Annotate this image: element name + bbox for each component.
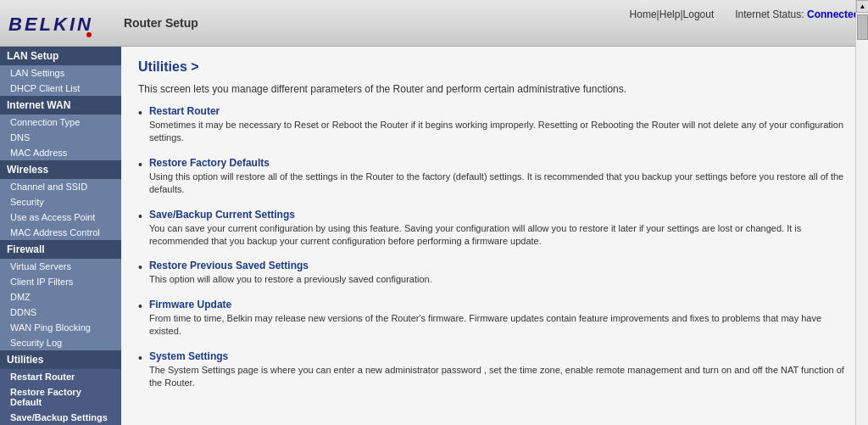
sidebar-item-client-ip-filters[interactable]: Client IP Filters [0,274,121,289]
util-content-save-backup-current-settings: Save/Backup Current SettingsYou can save… [149,209,851,249]
util-link-save-backup-current-settings[interactable]: Save/Backup Current Settings [149,209,295,221]
sidebar-item-mac-address[interactable]: MAC Address [0,145,121,160]
util-desc-restore-factory-defaults: Using this option will restore all of th… [149,171,851,197]
util-link-firmware-update[interactable]: Firmware Update [149,299,231,310]
scrollbar-thumb[interactable] [857,14,868,40]
sidebar-section-utilities: Utilities [0,350,121,369]
sidebar-item-use-as-access-point[interactable]: Use as Access Point [0,210,121,225]
util-desc-firmware-update: From time to time, Belkin may release ne… [149,312,851,338]
util-desc-restore-previous-saved-settings: This option will allow you to restore a … [149,273,432,286]
sidebar-item-channel-and-ssid[interactable]: Channel and SSID [0,179,121,194]
home-link[interactable]: Home [630,8,657,20]
page-heading: Utilities > [138,59,851,75]
content-area: Utilities > This screen lets you manage … [121,47,868,425]
sidebar-item-connection-type[interactable]: Connection Type [0,115,121,130]
util-link-restore-previous-saved-settings[interactable]: Restore Previous Saved Settings [149,260,309,271]
sidebar-item-dhcp-client-list[interactable]: DHCP Client List [0,81,121,96]
util-link-system-settings[interactable]: System Settings [149,350,228,362]
bullet-icon: • [138,299,142,313]
scrollbar: ▲ [855,0,868,425]
sidebar: LAN SetupLAN SettingsDHCP Client ListInt… [0,47,121,425]
sidebar-item-lan-settings[interactable]: LAN Settings [0,65,121,81]
header: BELKIN Router Setup Home|Help|Logout Int… [0,0,868,47]
util-list: •Restart RouterSometimes it may be neces… [138,105,851,389]
util-content-restore-factory-defaults: Restore Factory DefaultsUsing this optio… [149,157,851,197]
internet-status-value: Connected [807,8,860,20]
logout-link[interactable]: Logout [683,8,715,20]
util-link-restart-router[interactable]: Restart Router [149,105,220,117]
sidebar-section-internet-wan: Internet WAN [0,96,121,115]
header-nav: Home|Help|Logout Internet Status: Connec… [630,8,860,20]
util-item-restart-router: •Restart RouterSometimes it may be neces… [138,105,851,145]
sidebar-section-lan-setup: LAN Setup [0,47,121,65]
sidebar-item-restore-factory-default[interactable]: Restore Factory Default [0,384,121,410]
util-desc-system-settings: The System Settings page is where you ca… [149,364,851,390]
bullet-icon: • [138,260,142,274]
util-content-restore-previous-saved-settings: Restore Previous Saved SettingsThis opti… [149,260,432,286]
bullet-icon: • [138,210,142,223]
sidebar-item-wan-ping-blocking[interactable]: WAN Ping Blocking [0,320,121,335]
internet-status-label: Internet Status: [735,8,804,20]
internet-status: Internet Status: Connected [730,8,860,20]
util-desc-save-backup-current-settings: You can save your current configuration … [149,222,851,249]
sidebar-item-mac-address-control[interactable]: MAC Address Control [0,225,121,240]
sidebar-item-security-log[interactable]: Security Log [0,335,121,350]
util-link-restore-factory-defaults[interactable]: Restore Factory Defaults [149,157,270,169]
util-content-system-settings: System SettingsThe System Settings page … [149,350,851,390]
sidebar-item-ddns[interactable]: DDNS [0,305,121,320]
bullet-icon: • [138,351,142,365]
sidebar-item-dns[interactable]: DNS [0,130,121,145]
sidebar-item-virtual-servers[interactable]: Virtual Servers [0,259,121,274]
util-content-firmware-update: Firmware UpdateFrom time to time, Belkin… [149,299,851,338]
sidebar-item-dmz[interactable]: DMZ [0,289,121,305]
bullet-icon: • [138,106,142,120]
util-content-restart-router: Restart RouterSometimes it may be necess… [149,105,851,145]
sidebar-section-wireless: Wireless [0,160,121,179]
util-item-restore-previous-saved-settings: •Restore Previous Saved SettingsThis opt… [138,260,851,286]
sidebar-section-firewall: Firewall [0,240,121,259]
sidebar-item-savebackup-settings[interactable]: Save/Backup Settings [0,410,121,425]
sidebar-item-restart-router[interactable]: Restart Router [0,369,121,384]
bullet-icon: • [138,158,142,171]
util-item-system-settings: •System SettingsThe System Settings page… [138,350,851,390]
intro-text: This screen lets you manage different pa… [138,83,851,95]
util-item-restore-factory-defaults: •Restore Factory DefaultsUsing this opti… [138,157,851,197]
help-link[interactable]: Help [659,8,681,20]
util-item-firmware-update: •Firmware UpdateFrom time to time, Belki… [138,299,851,338]
sidebar-item-security[interactable]: Security [0,194,121,210]
util-item-save-backup-current-settings: •Save/Backup Current SettingsYou can sav… [138,209,851,249]
main-layout: LAN SetupLAN SettingsDHCP Client ListInt… [0,47,868,425]
router-setup-title: Router Setup [124,16,198,30]
brand: BELKIN Router Setup [8,14,198,32]
brand-dot [86,32,92,37]
util-desc-restart-router: Sometimes it may be necessary to Reset o… [149,119,851,145]
scrollbar-up-button[interactable]: ▲ [856,0,868,13]
brand-logo: BELKIN [8,14,93,36]
